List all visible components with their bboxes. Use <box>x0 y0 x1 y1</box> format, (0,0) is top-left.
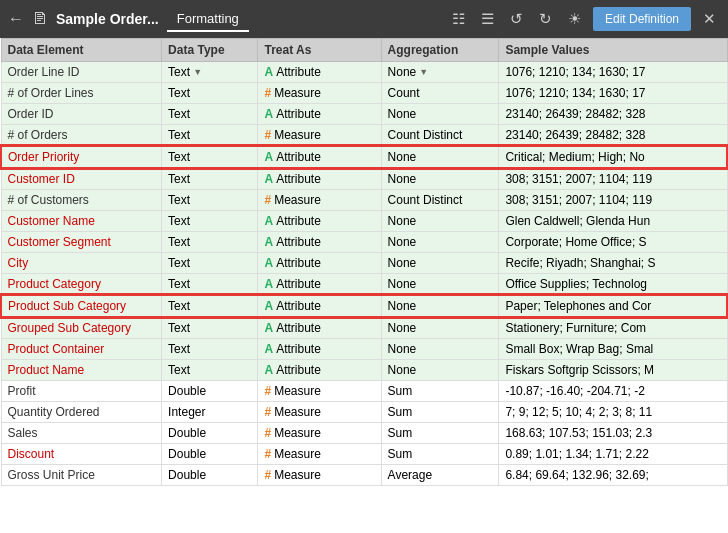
cell-treat: AAttribute <box>258 104 381 125</box>
cell-treat: AAttribute <box>258 146 381 168</box>
cell-treat: #Measure <box>258 125 381 147</box>
cell-aggregation: None <box>381 253 499 274</box>
back-button[interactable]: ← <box>8 10 24 28</box>
cell-type: Text <box>162 83 258 104</box>
list-view-icon[interactable]: ☰ <box>477 8 498 30</box>
cell-type: Integer <box>162 402 258 423</box>
cell-treat: AAttribute <box>258 62 381 83</box>
cell-aggregation: None <box>381 274 499 296</box>
redo-icon[interactable]: ↻ <box>535 8 556 30</box>
cell-element: # of Orders <box>1 125 162 147</box>
cell-element: Sales <box>1 423 162 444</box>
treat-icon: # <box>264 128 271 142</box>
agg-dropdown-arrow[interactable]: ▼ <box>419 67 428 77</box>
treat-label: Attribute <box>276 256 321 270</box>
cell-treat: #Measure <box>258 465 381 486</box>
data-table: Data Element Data Type Treat As Aggregat… <box>0 38 728 486</box>
cell-sample: 23140; 26439; 28482; 328 <box>499 104 727 125</box>
cell-type: Double <box>162 465 258 486</box>
close-icon[interactable]: ✕ <box>699 8 720 30</box>
tab-formatting[interactable]: Formatting <box>167 7 249 32</box>
cell-treat: AAttribute <box>258 274 381 296</box>
col-header-agg: Aggregation <box>381 39 499 62</box>
cell-sample: 308; 3151; 2007; 1104; 119 <box>499 168 727 190</box>
cell-sample: Corporate; Home Office; S <box>499 232 727 253</box>
treat-icon: # <box>264 193 271 207</box>
cell-aggregation: Count Distinct <box>381 190 499 211</box>
cell-aggregation: Sum <box>381 444 499 465</box>
type-dropdown-arrow[interactable]: ▼ <box>193 67 202 77</box>
col-header-type: Data Type <box>162 39 258 62</box>
cell-sample: 1076; 1210; 134; 1630; 17 <box>499 83 727 104</box>
cell-aggregation: Sum <box>381 381 499 402</box>
cell-treat: AAttribute <box>258 232 381 253</box>
snapshot-icon[interactable]: ☀ <box>564 8 585 30</box>
treat-label: Attribute <box>276 277 321 291</box>
table-row: Grouped Sub CategoryTextAAttributeNoneSt… <box>1 317 727 339</box>
undo-icon[interactable]: ↺ <box>506 8 527 30</box>
document-title: Sample Order... <box>56 11 159 27</box>
cell-sample: Critical; Medium; High; No <box>499 146 727 168</box>
treat-label: Measure <box>274 128 321 142</box>
treat-label: Measure <box>274 426 321 440</box>
cell-aggregation: None <box>381 211 499 232</box>
cell-element: Profit <box>1 381 162 402</box>
treat-label: Attribute <box>276 363 321 377</box>
type-label: Text <box>168 65 190 79</box>
cell-element: Order Priority <box>1 146 162 168</box>
cell-aggregation[interactable]: None ▼ <box>381 62 499 83</box>
treat-icon: # <box>264 384 271 398</box>
cell-aggregation: None <box>381 339 499 360</box>
cell-type[interactable]: Text ▼ <box>162 62 258 83</box>
col-header-sample: Sample Values <box>499 39 727 62</box>
treat-icon: # <box>264 426 271 440</box>
cell-aggregation: Count <box>381 83 499 104</box>
treat-label: Attribute <box>276 65 321 79</box>
cell-type: Text <box>162 211 258 232</box>
table-row: Customer SegmentTextAAttributeNoneCorpor… <box>1 232 727 253</box>
treat-icon: A <box>264 65 273 79</box>
cell-type: Text <box>162 146 258 168</box>
cell-aggregation: Average <box>381 465 499 486</box>
treat-label: Measure <box>274 405 321 419</box>
treat-label: Measure <box>274 86 321 100</box>
cell-aggregation: None <box>381 104 499 125</box>
cell-sample: 168.63; 107.53; 151.03; 2.3 <box>499 423 727 444</box>
cell-type: Double <box>162 381 258 402</box>
cell-type: Text <box>162 104 258 125</box>
cell-aggregation: Sum <box>381 402 499 423</box>
cell-treat: AAttribute <box>258 360 381 381</box>
data-table-wrapper: Data Element Data Type Treat As Aggregat… <box>0 38 728 533</box>
cell-sample: Stationery; Furniture; Com <box>499 317 727 339</box>
treat-label: Attribute <box>276 107 321 121</box>
cell-sample: 308; 3151; 2007; 1104; 119 <box>499 190 727 211</box>
edit-definition-button[interactable]: Edit Definition <box>593 7 691 31</box>
treat-label: Measure <box>274 384 321 398</box>
cell-type: Text <box>162 295 258 317</box>
cell-sample: -10.87; -16.40; -204.71; -2 <box>499 381 727 402</box>
cell-treat: AAttribute <box>258 253 381 274</box>
cell-treat: AAttribute <box>258 339 381 360</box>
col-header-element: Data Element <box>1 39 162 62</box>
cell-aggregation: None <box>381 317 499 339</box>
table-row: Order Line IDText ▼AAttributeNone ▼1076;… <box>1 62 727 83</box>
cell-sample: 23140; 26439; 28482; 328 <box>499 125 727 147</box>
cell-element: # of Customers <box>1 190 162 211</box>
cell-type: Text <box>162 232 258 253</box>
treat-icon: # <box>264 468 271 482</box>
cell-sample: Small Box; Wrap Bag; Smal <box>499 339 727 360</box>
cell-sample: 1076; 1210; 134; 1630; 17 <box>499 62 727 83</box>
treat-label: Attribute <box>276 235 321 249</box>
cell-aggregation: None <box>381 295 499 317</box>
table-row: Order PriorityTextAAttributeNoneCritical… <box>1 146 727 168</box>
cell-element: Customer Segment <box>1 232 162 253</box>
table-row: Customer IDTextAAttributeNone308; 3151; … <box>1 168 727 190</box>
cell-element: Discount <box>1 444 162 465</box>
grid-view-icon[interactable]: ☷ <box>448 8 469 30</box>
treat-icon: A <box>264 363 273 377</box>
cell-treat: AAttribute <box>258 168 381 190</box>
cell-aggregation: Sum <box>381 423 499 444</box>
cell-element: Product Container <box>1 339 162 360</box>
document-icon: 🖹 <box>32 10 48 28</box>
treat-icon: A <box>264 277 273 291</box>
